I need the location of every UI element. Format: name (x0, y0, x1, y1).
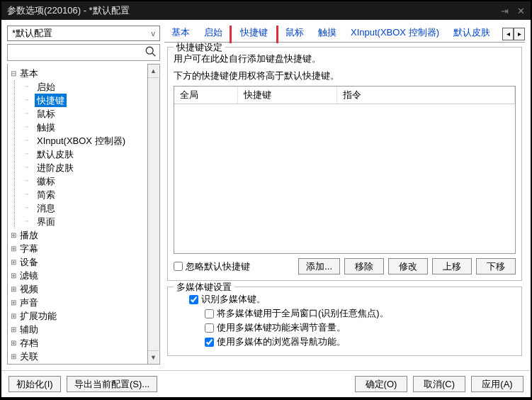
tab-xinput[interactable]: XInput(XBOX 控制器) (344, 26, 446, 43)
init-button[interactable]: 初始化(I) (9, 376, 61, 392)
export-button[interactable]: 导出当前配置(S)... (67, 376, 157, 392)
expander-icon[interactable]: ⊞ (9, 242, 18, 255)
tree-item[interactable]: 默认皮肤 (35, 148, 76, 161)
profile-combo[interactable]: *默认配置 (7, 26, 160, 41)
ignore-default-checkbox[interactable] (174, 262, 183, 271)
global-checkbox-row[interactable]: 将多媒体键用于全局窗口(识别任意焦点)。 (174, 307, 516, 320)
tree-item[interactable]: 鼠标 (35, 107, 57, 121)
expander-icon[interactable]: ⊞ (9, 228, 18, 242)
tree-node[interactable]: 设备 (18, 255, 40, 269)
help-text-1: 用户可在此处自行添加键盘快捷键。 (174, 52, 516, 66)
browser-nav-checkbox[interactable] (205, 338, 214, 347)
tab-start[interactable]: 启始 (197, 26, 230, 43)
pin-icon[interactable]: ⇥ (501, 6, 509, 16)
tab-basic[interactable]: 基本 (164, 26, 197, 43)
category-tree[interactable]: ⊟ 基本 ┈启始 ┈快捷键 ┈鼠标 ┈触摸 ┈XInput(XBOX 控制器) … (7, 64, 148, 365)
recognize-checkbox[interactable] (189, 295, 198, 304)
hotkey-table[interactable]: 全局 快捷键 指令 (174, 86, 516, 254)
column-hotkey[interactable]: 快捷键 (238, 87, 337, 104)
expander-icon[interactable]: ⊞ (9, 309, 18, 323)
tab-default-skin[interactable]: 默认皮肤 (446, 26, 497, 43)
tab-mouse[interactable]: 鼠标 (278, 26, 311, 43)
tree-item[interactable]: XInput(XBOX 控制器) (35, 134, 128, 148)
window-title: 参数选项(220106) - *默认配置 (7, 4, 501, 17)
expander-icon[interactable]: ⊞ (9, 336, 18, 350)
browser-nav-checkbox-row[interactable]: 使用多媒体的浏览器导航功能。 (174, 335, 516, 348)
tree-item[interactable]: 界面 (35, 215, 57, 228)
expander-icon[interactable]: ⊞ (9, 363, 18, 365)
expander-icon[interactable]: ⊞ (9, 269, 18, 282)
tree-node[interactable]: 字幕 (18, 242, 40, 255)
expander-icon[interactable]: ⊞ (9, 350, 18, 363)
apply-button[interactable]: 应用(A) (471, 376, 523, 392)
tree-item[interactable]: 触摸 (35, 121, 57, 134)
scroll-down-icon[interactable]: ▼ (148, 350, 159, 364)
hotkey-legend: 快捷键设定 (174, 43, 225, 54)
ok-button[interactable]: 确定(O) (355, 376, 407, 392)
bottom-bar: 初始化(I) 导出当前配置(S)... 确定(O) 取消(C) 应用(A) (1, 370, 531, 397)
titlebar: 参数选项(220106) - *默认配置 ⇥ ✕ (1, 1, 531, 20)
help-text-2: 下方的快捷键使用权将高于默认快捷键。 (174, 69, 516, 83)
tree-node[interactable]: 扩展功能 (18, 309, 59, 323)
tabs: 基本 启始 快捷键 鼠标 触摸 XInput(XBOX 控制器) 默认皮肤 进 (164, 26, 499, 43)
svg-line-1 (152, 53, 155, 56)
column-command[interactable]: 指令 (337, 87, 515, 104)
multimedia-legend: 多媒体键设置 (174, 281, 234, 294)
expander-icon[interactable]: ⊞ (9, 282, 18, 296)
expander-icon[interactable]: ⊟ (9, 67, 18, 80)
recognize-label: 识别多媒体键。 (201, 293, 266, 306)
ignore-default-checkbox-row[interactable]: 忽略默认快捷键 (174, 260, 250, 273)
expander-icon[interactable]: ⊞ (9, 255, 18, 269)
tree-node-basic[interactable]: 基本 (18, 67, 40, 80)
tab-more[interactable]: 进 (497, 26, 499, 43)
tree-item[interactable]: 启始 (35, 80, 57, 94)
tree-item[interactable]: 消息 (35, 201, 57, 215)
svg-point-0 (146, 47, 153, 54)
tab-scroll-right-icon[interactable]: ▸ (514, 28, 525, 40)
use-visible-label: 使用多媒体键功能来调节音量。 (217, 321, 346, 334)
tree-node[interactable]: 视频 (18, 282, 40, 296)
tab-scroll-left-icon[interactable]: ◂ (502, 28, 514, 40)
browser-nav-label: 使用多媒体的浏览器导航功能。 (217, 335, 346, 348)
visible-checkbox-row[interactable]: 使用多媒体键功能来调节音量。 (174, 321, 516, 334)
expander-icon[interactable]: ⊞ (9, 296, 18, 309)
tree-node[interactable]: 配置 (18, 363, 40, 365)
move-up-button[interactable]: 上移 (432, 258, 472, 274)
tab-hotkey[interactable]: 快捷键 (230, 26, 278, 43)
edit-button[interactable]: 修改 (388, 258, 428, 274)
scroll-up-icon[interactable]: ▲ (148, 65, 159, 78)
expander-icon[interactable]: ⊞ (9, 323, 18, 336)
column-global[interactable]: 全局 (174, 87, 238, 104)
cancel-button[interactable]: 取消(C) (413, 376, 465, 392)
tree-node[interactable]: 滤镜 (18, 269, 40, 282)
tree-item-hotkey[interactable]: 快捷键 (35, 94, 67, 107)
search-icon[interactable] (145, 45, 157, 58)
tree-node[interactable]: 关联 (18, 350, 40, 363)
tree-item[interactable]: 进阶皮肤 (35, 161, 76, 174)
move-down-button[interactable]: 下移 (476, 258, 516, 274)
tree-node[interactable]: 声音 (18, 296, 40, 309)
add-button[interactable]: 添加... (298, 258, 340, 274)
tree-node[interactable]: 存档 (18, 336, 40, 350)
recognize-checkbox-row[interactable]: 识别多媒体键。 (174, 293, 516, 306)
use-visible-checkbox[interactable] (205, 323, 214, 333)
hotkey-settings-group: 快捷键设定 用户可在此处自行添加键盘快捷键。 下方的快捷键使用权将高于默认快捷键… (167, 47, 522, 281)
multimedia-settings-group: 多媒体键设置 识别多媒体键。 将多媒体键用于全局窗口(识别任意焦点)。 使用多媒… (167, 287, 522, 356)
tree-item[interactable]: 简索 (35, 188, 57, 201)
tree-item[interactable]: 徽标 (35, 174, 57, 188)
tree-node[interactable]: 播放 (18, 228, 40, 242)
remove-button[interactable]: 移除 (344, 258, 384, 274)
tab-touch[interactable]: 触摸 (311, 26, 344, 43)
profile-combo-value: *默认配置 (12, 27, 52, 40)
use-global-label: 将多媒体键用于全局窗口(识别任意焦点)。 (217, 307, 389, 320)
tree-node[interactable]: 辅助 (18, 323, 40, 336)
use-global-checkbox[interactable] (205, 309, 214, 318)
search-input[interactable] (7, 44, 160, 61)
ignore-default-label: 忽略默认快捷键 (186, 260, 250, 273)
scrollbar-track[interactable] (148, 78, 159, 350)
close-icon[interactable]: ✕ (517, 6, 525, 16)
